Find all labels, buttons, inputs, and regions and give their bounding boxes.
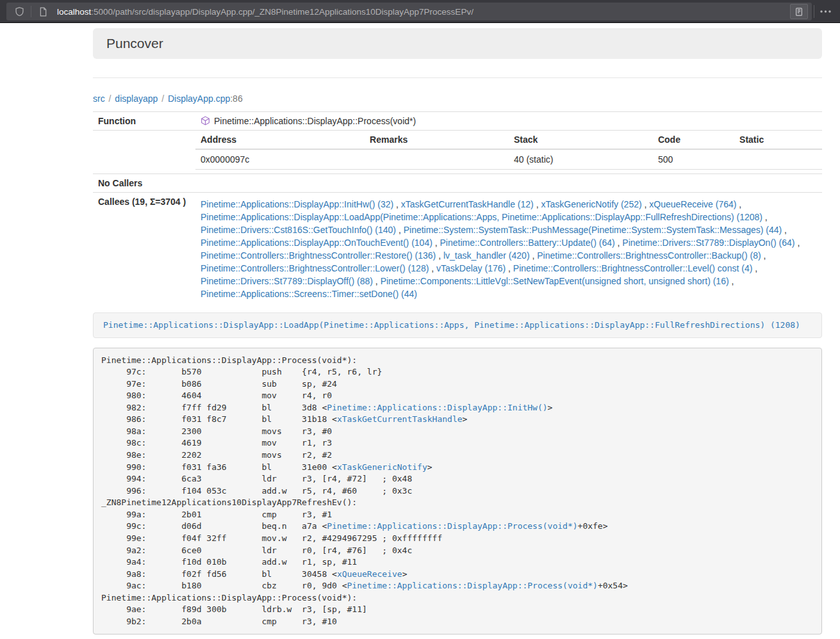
cell-stack: 40 (static)	[509, 149, 653, 170]
column-header-static: Static	[734, 131, 822, 149]
assembly-symbol-link[interactable]: Pinetime::Applications::DisplayApp::Proc…	[347, 581, 598, 590]
callee-link[interactable]: vTaskDelay (176)	[436, 263, 506, 273]
details-row: AddressRemarksStackCodeStatic 0x0000097c…	[93, 131, 822, 174]
cell-remarks	[365, 149, 509, 170]
assembly-symbol-link[interactable]: xQueueReceive	[337, 569, 402, 579]
assembly-symbol-link[interactable]: Pinetime::Applications::DisplayApp::Init…	[327, 403, 547, 412]
column-header-stack: Stack	[509, 131, 653, 149]
assembly-symbol-link[interactable]: Pinetime::Applications::DisplayApp::Proc…	[327, 521, 577, 531]
url-text[interactable]: localhost:5000/path/src/displayapp/Displ…	[57, 7, 790, 17]
assembly-symbol-link[interactable]: xTaskGetCurrentTaskHandle	[337, 414, 463, 424]
callee-link[interactable]: Pinetime::Applications::DisplayApp::Init…	[201, 199, 393, 209]
app-header: Puncover	[93, 28, 822, 59]
callee-link[interactable]: Pinetime::Controllers::BrightnessControl…	[513, 263, 752, 273]
callees-list: Pinetime::Applications::DisplayApp::Init…	[195, 193, 822, 305]
page-title: Puncover	[106, 36, 809, 51]
callee-link[interactable]: xTaskGenericNotify (252)	[541, 199, 641, 209]
browser-toolbar: localhost:5000/path/src/displayapp/Displ…	[0, 0, 840, 23]
content-container: Puncover src / displayapp / DisplayApp.c…	[83, 28, 832, 635]
highlighted-symbol-box: Pinetime::Applications::DisplayApp::Load…	[93, 312, 822, 338]
callee-link[interactable]: Pinetime::Drivers::St7789::DisplayOff() …	[201, 276, 373, 286]
callee-link[interactable]: Pinetime::Applications::DisplayApp::Load…	[201, 212, 762, 222]
page: localhost:5000/path/src/displayapp/Displ…	[0, 0, 840, 639]
url-path: :5000/path/src/displayapp/DisplayApp.cpp…	[91, 7, 474, 17]
callee-link[interactable]: Pinetime::Controllers::BrightnessControl…	[201, 263, 429, 273]
breadcrumb-link[interactable]: displayapp	[115, 93, 158, 104]
breadcrumb-separator: /	[105, 93, 115, 104]
callees-label: Callees (19, Σ=3704 )	[93, 193, 195, 305]
function-name-cell: Pinetime::Applications::DisplayApp::Proc…	[195, 112, 822, 131]
shield-icon[interactable]	[10, 4, 28, 19]
address-bar[interactable]: localhost:5000/path/src/displayapp/Displ…	[6, 3, 812, 20]
column-header-address: Address	[195, 131, 365, 149]
page-info-icon[interactable]	[34, 4, 52, 19]
function-row: Function Pinetime::Applications::Display…	[93, 112, 822, 131]
callee-link[interactable]: Pinetime::Drivers::St7789::DisplayOn() (…	[622, 238, 795, 248]
assembly-listing: Pinetime::Applications::DisplayApp::Proc…	[93, 348, 822, 635]
assembly-symbol-link[interactable]: xTaskGenericNotify	[337, 462, 427, 472]
menu-dots-icon[interactable]	[816, 3, 835, 20]
callees-row: Callees (19, Σ=3704 ) Pinetime::Applicat…	[93, 193, 822, 305]
no-callers-row: No Callers	[93, 174, 822, 193]
callee-link[interactable]: Pinetime::Drivers::Cst816S::GetTouchInfo…	[201, 225, 396, 235]
function-name: Pinetime::Applications::DisplayApp::Proc…	[214, 116, 416, 126]
callee-link[interactable]: Pinetime::Controllers::BrightnessControl…	[201, 250, 436, 261]
callee-link[interactable]: Pinetime::Applications::Screens::Timer::…	[201, 289, 417, 299]
callee-link[interactable]: xQueueReceive (764)	[649, 199, 736, 209]
column-header-code: Code	[653, 131, 734, 149]
callee-link[interactable]: Pinetime::Applications::DisplayApp::OnTo…	[201, 238, 432, 248]
breadcrumb: src / displayapp / DisplayApp.cpp:86	[93, 92, 822, 105]
callee-link[interactable]: Pinetime::Components::LittleVgl::SetNewT…	[381, 276, 729, 286]
reader-mode-icon[interactable]	[790, 4, 808, 19]
function-label: Function	[93, 112, 195, 131]
package-icon	[201, 116, 210, 125]
callee-link[interactable]: Pinetime::System::SystemTask::PushMessag…	[404, 225, 782, 235]
breadcrumb-link[interactable]: DisplayApp.cpp	[168, 93, 230, 104]
urlbar-separator	[31, 6, 31, 17]
cell-static	[734, 149, 822, 170]
callee-link[interactable]: Pinetime::Controllers::BrightnessControl…	[537, 250, 761, 261]
cell-code: 500	[653, 149, 734, 170]
function-table: Function Pinetime::Applications::Display…	[93, 111, 822, 304]
details-table: AddressRemarksStackCodeStatic 0x0000097c…	[195, 131, 822, 170]
callee-link[interactable]: lv_task_handler (420)	[443, 250, 530, 261]
divider	[93, 77, 822, 78]
details-header-row: AddressRemarksStackCodeStatic	[195, 131, 822, 149]
url-host: localhost	[57, 7, 91, 17]
highlighted-symbol-link[interactable]: Pinetime::Applications::DisplayApp::Load…	[103, 320, 800, 330]
breadcrumb-line-number: :86	[230, 93, 242, 104]
callee-link[interactable]: xTaskGetCurrentTaskHandle (12)	[401, 199, 534, 209]
breadcrumb-separator: /	[158, 93, 168, 104]
details-value-row: 0x0000097c40 (static)500	[195, 149, 822, 170]
assembly-code: Pinetime::Applications::DisplayApp::Proc…	[101, 355, 628, 626]
cell-address: 0x0000097c	[195, 149, 365, 170]
toolbar-separator	[814, 5, 814, 18]
breadcrumb-link[interactable]: src	[93, 93, 105, 104]
no-callers-label: No Callers	[93, 174, 195, 193]
callee-link[interactable]: Pinetime::Controllers::Battery::Update()…	[440, 238, 615, 248]
column-header-remarks: Remarks	[365, 131, 509, 149]
